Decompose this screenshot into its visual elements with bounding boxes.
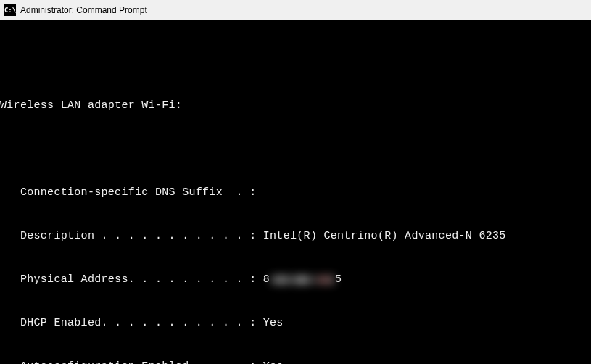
- physical-address-suffix: 5: [335, 273, 342, 287]
- physical-address-prefix: 8: [256, 273, 270, 287]
- redacted-region: [270, 275, 335, 285]
- title-bar[interactable]: C:\ Administrator: Command Prompt: [0, 0, 591, 20]
- dns-suffix-label: Connection-specific DNS Suffix . :: [0, 186, 256, 200]
- autoconfig-label: Autoconfiguration Enabled . . . . :: [0, 360, 256, 364]
- description-label: Description . . . . . . . . . . . :: [0, 229, 256, 244]
- cmd-icon: C:\: [4, 4, 16, 16]
- terminal-output[interactable]: Wireless LAN adapter Wi-Fi: Connection-s…: [0, 20, 591, 364]
- adapter-header: Wireless LAN adapter Wi-Fi:: [0, 99, 182, 113]
- physical-address-label: Physical Address. . . . . . . . . :: [0, 273, 256, 287]
- description-value: Intel(R) Centrino(R) Advanced-N 6235: [256, 229, 505, 244]
- window-title: Administrator: Command Prompt: [20, 5, 147, 15]
- autoconfig-value: Yes: [256, 360, 283, 364]
- dhcp-enabled-value: Yes: [256, 316, 283, 331]
- dhcp-enabled-label: DHCP Enabled. . . . . . . . . . . :: [0, 316, 256, 331]
